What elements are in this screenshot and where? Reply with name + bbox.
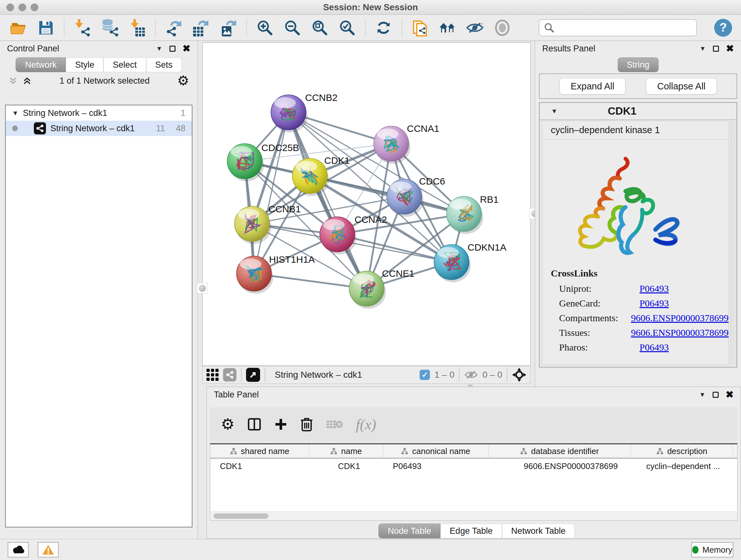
table-horizontal-scrollbar[interactable] bbox=[210, 511, 737, 520]
detach-view-button[interactable] bbox=[246, 368, 260, 382]
column-header-description[interactable]: description bbox=[631, 444, 733, 458]
first-neighbors-button[interactable] bbox=[438, 18, 457, 37]
collapse-all-button[interactable]: Collapse All bbox=[646, 78, 717, 95]
tab-sets[interactable]: Sets bbox=[146, 57, 182, 72]
gene-section-body: cyclin–dependent kinase 1 bbox=[542, 121, 729, 365]
panel-close-icon[interactable]: ✖ bbox=[726, 390, 734, 399]
results-panel: Results Panel ▼ ✖ String Expand All Coll… bbox=[535, 41, 741, 387]
gene-section-header[interactable]: ▼ CDK1 bbox=[540, 103, 737, 120]
crosslink-genecard-link[interactable]: P06493 bbox=[639, 298, 669, 309]
crosslink-tissues-link[interactable]: 9606.ENSP00000378699 bbox=[631, 327, 729, 338]
export-image-button[interactable] bbox=[219, 18, 238, 37]
tab-select[interactable]: Select bbox=[104, 57, 146, 72]
refresh-button[interactable] bbox=[374, 18, 393, 37]
delete-column-icon[interactable] bbox=[300, 417, 313, 432]
search-input[interactable] bbox=[558, 23, 692, 33]
table-settings-gear-icon[interactable]: ⚙ bbox=[221, 417, 234, 432]
panel-collapse-icon[interactable]: ▼ bbox=[156, 45, 162, 52]
tab-network-table[interactable]: Network Table bbox=[502, 523, 575, 538]
network-canvas[interactable]: CCNB2CCNA1CDC25BCDK1CDC6RB1CCNB1CCNA2CDK… bbox=[202, 43, 531, 366]
left-splitter-handle[interactable] bbox=[197, 283, 208, 294]
panel-float-icon[interactable] bbox=[713, 46, 719, 52]
control-panel-title: Control Panel bbox=[7, 44, 59, 54]
results-panel-header: Results Panel ▼ ✖ bbox=[535, 41, 741, 56]
zoom-window-button[interactable] bbox=[30, 3, 38, 11]
section-expander-icon[interactable]: ▼ bbox=[551, 108, 557, 114]
zoom-in-button[interactable] bbox=[255, 18, 274, 37]
export-table-button[interactable] bbox=[192, 18, 211, 37]
crosslink-uniprot-link[interactable]: P06493 bbox=[639, 283, 669, 294]
crosslink-pharos-link[interactable]: P06493 bbox=[639, 342, 669, 353]
network-collection-row[interactable]: ▼ String Network – cdk1 1 bbox=[6, 105, 192, 121]
protein-structure-image bbox=[563, 153, 729, 258]
gear-icon[interactable]: ⚙ bbox=[177, 74, 189, 87]
refresh-icon bbox=[375, 19, 392, 37]
tab-edge-table[interactable]: Edge Table bbox=[441, 523, 502, 538]
column-header-database-identifier[interactable]: database identifier bbox=[488, 444, 631, 458]
close-window-button[interactable] bbox=[6, 3, 14, 11]
network-overview-icon[interactable] bbox=[223, 368, 237, 381]
save-session-button[interactable] bbox=[37, 18, 56, 37]
import-network-database-button[interactable] bbox=[100, 18, 119, 37]
show-all-button[interactable] bbox=[493, 18, 512, 37]
svg-text:HIST1H1A: HIST1H1A bbox=[269, 254, 315, 265]
memory-label: Memory bbox=[702, 545, 732, 555]
expand-all-networks-icon[interactable] bbox=[8, 76, 18, 85]
birdseye-crosshair-icon[interactable] bbox=[512, 368, 527, 382]
clone-network-button[interactable] bbox=[410, 18, 429, 37]
column-header-shared-name[interactable]: shared name bbox=[210, 444, 309, 458]
network-row-selected[interactable]: String Network – cdk1 11 48 bbox=[6, 121, 192, 136]
column-header-id[interactable]: @id bbox=[733, 444, 738, 458]
panel-float-icon[interactable] bbox=[170, 46, 176, 52]
panel-float-icon[interactable] bbox=[713, 392, 719, 398]
add-column-icon[interactable] bbox=[274, 418, 287, 431]
tab-string[interactable]: String bbox=[617, 57, 659, 72]
export-network-button[interactable] bbox=[164, 18, 183, 37]
minimize-window-button[interactable] bbox=[18, 3, 26, 11]
expand-all-button[interactable]: Expand All bbox=[559, 78, 625, 95]
column-type-icon bbox=[657, 448, 664, 455]
node-table-header: shared name name canonical name database… bbox=[210, 444, 738, 458]
import-table-file-button[interactable] bbox=[128, 18, 147, 37]
toolbar-separator bbox=[155, 18, 156, 37]
network-label: String Network – cdk1 bbox=[51, 124, 135, 133]
hide-selected-button[interactable] bbox=[465, 18, 484, 37]
cloud-button[interactable] bbox=[8, 542, 29, 557]
panel-close-icon[interactable]: ✖ bbox=[726, 44, 734, 53]
crosslink-label: Pharos: bbox=[559, 342, 639, 353]
crosslink-label: Compartments: bbox=[559, 313, 631, 323]
grid-view-icon[interactable] bbox=[206, 369, 219, 381]
table-panel-header: Table Panel ▼ ✖ bbox=[207, 387, 741, 402]
memory-button[interactable]: Memory bbox=[691, 542, 733, 557]
warnings-button[interactable] bbox=[38, 542, 59, 557]
network-selection-status-row: 1 of 1 Network selected ⚙ bbox=[0, 72, 198, 89]
panel-close-icon[interactable]: ✖ bbox=[183, 44, 191, 53]
zoom-selected-button[interactable] bbox=[338, 18, 357, 37]
tab-style[interactable]: Style bbox=[66, 57, 104, 72]
crosslink-compartments-link[interactable]: 9606.ENSP00000378699 bbox=[631, 313, 729, 323]
column-header-name[interactable]: name bbox=[309, 444, 383, 458]
open-session-button[interactable] bbox=[9, 18, 28, 37]
separator bbox=[241, 368, 242, 382]
panel-collapse-icon[interactable]: ▼ bbox=[699, 391, 705, 398]
scrollbar-thumb[interactable] bbox=[213, 513, 268, 519]
column-header-canonical-name[interactable]: canonical name bbox=[383, 444, 488, 458]
tab-network[interactable]: Network bbox=[16, 57, 66, 72]
table-row[interactable]: CDK1 CDK1 P06493 9606.ENSP00000378699 cy… bbox=[210, 458, 738, 474]
svg-text:RB1: RB1 bbox=[480, 194, 498, 205]
panel-collapse-icon[interactable]: ▼ bbox=[699, 45, 706, 52]
results-scrollbar[interactable] bbox=[730, 121, 736, 365]
collapse-all-networks-icon[interactable] bbox=[22, 76, 32, 85]
separator bbox=[507, 368, 508, 382]
search-icon bbox=[544, 22, 555, 33]
show-columns-icon[interactable] bbox=[247, 417, 261, 431]
import-network-file-button[interactable] bbox=[73, 18, 92, 37]
zoom-fit-button[interactable] bbox=[310, 18, 329, 37]
zoom-out-button[interactable] bbox=[283, 18, 302, 37]
collection-expander-icon[interactable]: ▼ bbox=[12, 110, 18, 116]
clone-network-icon bbox=[411, 18, 429, 37]
help-button[interactable]: ? bbox=[714, 19, 732, 37]
tab-node-table[interactable]: Node Table bbox=[379, 523, 441, 538]
save-floppy-icon bbox=[37, 19, 55, 37]
selected-checkbox-icon[interactable]: ✓ bbox=[420, 370, 430, 380]
